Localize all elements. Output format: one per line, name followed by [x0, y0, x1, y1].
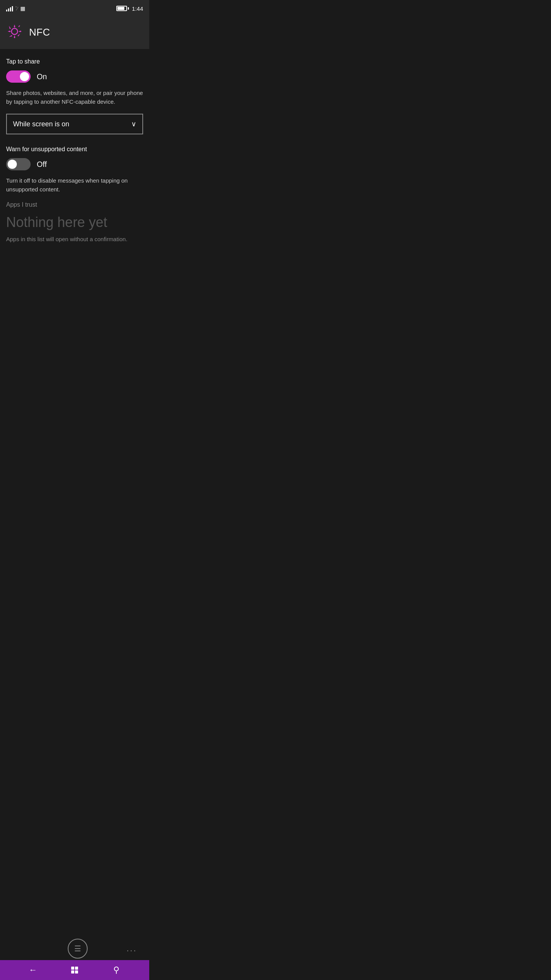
- signal-bar-2: [8, 8, 9, 11]
- windows-logo-icon: [71, 967, 78, 973]
- status-right: 1:44: [116, 5, 143, 12]
- action-bar: ☰ ...: [0, 937, 149, 960]
- nfc-mode-dropdown[interactable]: While screen is on ∨: [6, 114, 143, 134]
- battery-icon: [116, 6, 129, 11]
- status-bar: ˜∕ ▦ 1:44: [0, 0, 149, 17]
- apps-trust-label: Apps I trust: [6, 201, 143, 208]
- battery-tip: [128, 7, 129, 10]
- apps-trust-empty-title: Nothing here yet: [6, 214, 143, 230]
- action-center-icon: ☰: [74, 944, 81, 953]
- home-button[interactable]: [66, 962, 83, 978]
- signal-bar-3: [10, 7, 11, 11]
- battery-fill: [117, 7, 125, 10]
- message-icon: ▦: [20, 5, 25, 11]
- page-title: NFC: [29, 26, 50, 38]
- signal-bar-1: [6, 10, 7, 11]
- warn-unsupported-toggle[interactable]: [6, 158, 31, 170]
- signal-bars-icon: [6, 5, 13, 11]
- bottom-spacer: [6, 244, 143, 290]
- tap-to-share-toggle-row: On: [6, 70, 143, 83]
- settings-gear-icon: [6, 23, 23, 41]
- tap-to-share-toggle-label: On: [37, 72, 47, 81]
- windows-logo-sq-4: [75, 970, 78, 973]
- status-left: ˜∕ ▦: [6, 5, 25, 11]
- signal-bar-4: [12, 6, 13, 11]
- battery-body: [116, 6, 127, 11]
- status-time: 1:44: [132, 5, 143, 12]
- warn-unsupported-description: Turn it off to disable messages when tap…: [6, 176, 143, 194]
- warn-unsupported-label: Warn for unsupported content: [6, 146, 143, 153]
- nfc-mode-dropdown-value: While screen is on: [13, 120, 69, 128]
- tap-to-share-label: Tap to share: [6, 58, 143, 65]
- search-icon: ⚲: [113, 965, 119, 975]
- windows-logo-sq-3: [71, 970, 74, 973]
- more-options-button[interactable]: ...: [127, 944, 137, 954]
- warn-unsupported-toggle-label: Off: [37, 160, 47, 169]
- tap-to-share-toggle-knob: [20, 72, 29, 81]
- windows-logo-sq-1: [71, 967, 74, 970]
- tap-to-share-toggle[interactable]: [6, 70, 31, 83]
- tap-to-share-description: Share photos, websites, and more, or pai…: [6, 89, 143, 106]
- windows-logo-sq-2: [75, 967, 78, 970]
- tap-to-share-section: Tap to share On Share photos, websites, …: [6, 58, 143, 134]
- nav-bar: ← ⚲: [0, 960, 149, 980]
- page-header: NFC: [0, 17, 149, 49]
- search-button[interactable]: ⚲: [108, 962, 125, 978]
- svg-point-0: [11, 28, 18, 34]
- warn-unsupported-section: Warn for unsupported content Off Turn it…: [6, 146, 143, 194]
- wifi-icon: ˜∕: [15, 6, 18, 11]
- warn-unsupported-toggle-row: Off: [6, 158, 143, 170]
- apps-trust-section: Apps I trust Nothing here yet Apps in th…: [6, 201, 143, 244]
- chevron-down-icon: ∨: [131, 120, 136, 128]
- back-icon: ←: [29, 965, 37, 975]
- main-content: Tap to share On Share photos, websites, …: [0, 49, 149, 299]
- warn-unsupported-toggle-knob: [8, 160, 17, 169]
- action-center-button[interactable]: ☰: [68, 939, 88, 959]
- apps-trust-empty-description: Apps in this list will open without a co…: [6, 235, 143, 244]
- back-button[interactable]: ←: [24, 962, 41, 978]
